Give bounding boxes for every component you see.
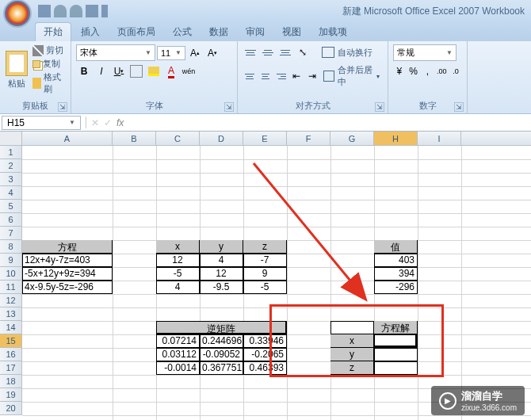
cell-A11[interactable]: 4x-9.5y-5z=-296 <box>22 281 112 293</box>
row-header-5[interactable]: 5 <box>0 200 21 213</box>
row-header-17[interactable]: 17 <box>0 361 21 375</box>
bold-button[interactable]: B <box>76 63 92 79</box>
cell-H15[interactable] <box>374 334 417 347</box>
cell-A10[interactable]: -5x+12y+9z=394 <box>22 267 112 280</box>
office-button[interactable] <box>3 0 32 28</box>
tab-insert[interactable]: 插入 <box>73 23 108 41</box>
align-center-button[interactable] <box>258 69 273 83</box>
col-header-H[interactable]: H <box>374 132 418 145</box>
cell-G15[interactable]: x <box>330 334 373 347</box>
comma-button[interactable]: , <box>422 63 434 79</box>
cell-C9[interactable]: 12 <box>156 254 199 266</box>
cell-H14[interactable]: 方程解 <box>374 321 417 334</box>
row-header-15[interactable]: 15 <box>0 334 21 348</box>
row-header-18[interactable]: 18 <box>0 375 21 388</box>
undo-icon[interactable] <box>54 5 67 17</box>
cell-D16[interactable]: -0.09052 <box>200 348 243 361</box>
worksheet-grid[interactable]: ABCDEFGHI 123456789101112131415161718192… <box>0 132 531 420</box>
enter-icon[interactable]: ✓ <box>104 117 112 128</box>
cell-D9[interactable]: 4 <box>200 254 243 266</box>
cell-H11[interactable]: -296 <box>374 281 417 293</box>
row-header-14[interactable]: 14 <box>0 321 21 334</box>
copy-button[interactable]: 复制 <box>32 58 66 70</box>
number-expand-icon[interactable]: ⇲ <box>454 102 464 112</box>
cell-E10[interactable]: 9 <box>243 267 286 280</box>
increase-decimal-button[interactable]: .00 <box>435 63 448 79</box>
col-header-E[interactable]: E <box>243 132 287 145</box>
cell-E17[interactable]: 0.46393 <box>243 361 286 374</box>
cell-H8[interactable]: 值 <box>374 240 417 253</box>
italic-button[interactable]: I <box>94 63 109 79</box>
print-icon[interactable] <box>86 5 98 17</box>
tab-review[interactable]: 审阅 <box>238 23 273 41</box>
paste-button[interactable]: 粘贴 <box>5 44 29 95</box>
grow-font-button[interactable]: A▴ <box>187 45 203 61</box>
cell-C15[interactable]: 0.07214 <box>156 334 199 347</box>
cell-E11[interactable]: -5 <box>243 281 286 293</box>
qat-more-icon[interactable] <box>101 5 108 17</box>
tab-home[interactable]: 开始 <box>35 22 71 41</box>
cell-C10[interactable]: -5 <box>156 267 199 280</box>
row-header-19[interactable]: 19 <box>0 388 21 402</box>
col-header-B[interactable]: B <box>113 132 156 145</box>
align-middle-button[interactable] <box>260 45 276 59</box>
cell-D8[interactable]: y <box>200 240 243 253</box>
col-header-A[interactable]: A <box>22 132 113 145</box>
col-header-G[interactable]: G <box>330 132 374 145</box>
redo-icon[interactable] <box>70 5 82 17</box>
percent-button[interactable]: % <box>407 63 420 79</box>
align-left-button[interactable] <box>243 69 257 83</box>
phonetic-button[interactable]: wén <box>181 63 197 79</box>
cell-D17[interactable]: 0.367751 <box>200 361 243 374</box>
cut-button[interactable]: 剪切 <box>32 44 66 56</box>
row-header-16[interactable]: 16 <box>0 348 21 361</box>
row-header-4[interactable]: 4 <box>0 186 21 200</box>
cell-D11[interactable]: -9.5 <box>200 281 243 293</box>
cell-G17[interactable]: z <box>330 361 373 374</box>
border-button[interactable] <box>130 65 143 78</box>
cell-G16[interactable]: y <box>330 348 373 361</box>
tab-view[interactable]: 视图 <box>274 23 309 41</box>
row-header-2[interactable]: 2 <box>0 159 21 173</box>
col-header-C[interactable]: C <box>156 132 200 145</box>
col-header-D[interactable]: D <box>200 132 243 145</box>
cell-C17[interactable]: -0.0014 <box>156 361 199 374</box>
cell-A9[interactable]: 12x+4y-7z=403 <box>22 254 112 266</box>
number-format-combo[interactable]: 常规▼ <box>393 44 457 61</box>
col-header-F[interactable]: F <box>287 132 330 145</box>
align-bottom-button[interactable] <box>277 45 293 59</box>
cell-C16[interactable]: 0.03112 <box>156 348 199 361</box>
accounting-format-button[interactable]: ¥ <box>393 63 406 79</box>
select-all-corner[interactable] <box>0 132 22 146</box>
cell-H10[interactable]: 394 <box>374 267 417 280</box>
tab-page-layout[interactable]: 页面布局 <box>109 23 163 41</box>
cell-A8[interactable]: 方程 <box>22 240 112 253</box>
cell-E9[interactable]: -7 <box>243 254 286 266</box>
row-header-1[interactable]: 1 <box>0 146 21 159</box>
format-painter-button[interactable]: 格式刷 <box>32 71 66 95</box>
cell-E15[interactable]: 0.33946 <box>243 334 286 347</box>
alignment-expand-icon[interactable]: ⇲ <box>375 102 384 112</box>
row-header-7[interactable]: 7 <box>0 227 21 240</box>
decrease-decimal-button[interactable]: .0 <box>449 63 462 79</box>
decrease-indent-button[interactable]: ⇤ <box>290 68 304 84</box>
align-right-button[interactable] <box>274 69 288 83</box>
row-header-20[interactable]: 20 <box>0 402 21 415</box>
align-top-button[interactable] <box>243 45 258 59</box>
cell-E8[interactable]: z <box>243 240 286 253</box>
increase-indent-button[interactable]: ⇥ <box>305 68 319 84</box>
row-header-12[interactable]: 12 <box>0 294 21 307</box>
save-icon[interactable] <box>38 5 51 17</box>
cell-H16[interactable] <box>374 348 417 361</box>
cell-E16[interactable]: -0.2065 <box>243 348 286 361</box>
merge-center-button[interactable]: 合并后居中▾ <box>320 63 383 90</box>
cell-H9[interactable]: 403 <box>374 254 417 266</box>
row-header-3[interactable]: 3 <box>0 173 21 186</box>
tab-addins[interactable]: 加载项 <box>311 23 355 41</box>
font-name-combo[interactable]: 宋体▼ <box>76 44 155 61</box>
wrap-text-button[interactable]: 自动换行 <box>319 45 376 60</box>
underline-button[interactable]: U▾ <box>111 63 127 79</box>
row-header-10[interactable]: 10 <box>0 267 21 281</box>
cancel-icon[interactable]: ✕ <box>91 117 99 128</box>
font-expand-icon[interactable]: ⇲ <box>224 102 234 112</box>
